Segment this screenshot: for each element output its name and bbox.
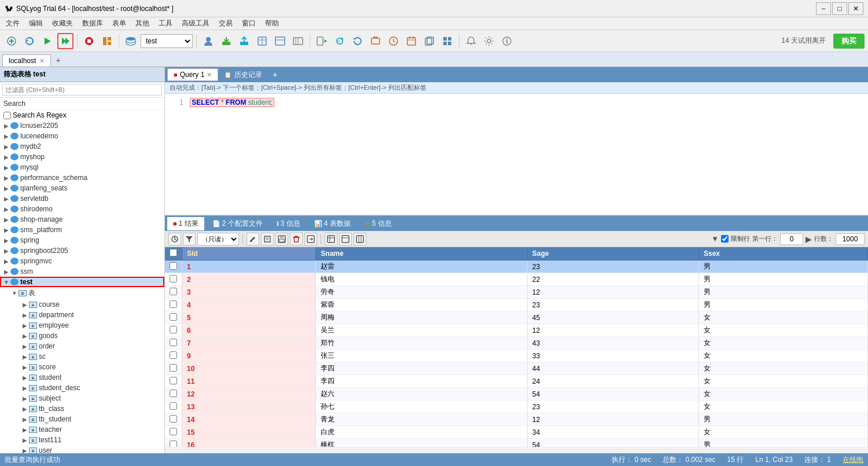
- row-checkbox[interactable]: [170, 339, 177, 346]
- row-checkbox[interactable]: [170, 313, 177, 321]
- row-goto-button[interactable]: ▶: [806, 234, 812, 244]
- db-item-sms[interactable]: ▶ sms_platform: [0, 225, 164, 235]
- row-checkbox[interactable]: [170, 275, 177, 282]
- menu-favorites[interactable]: 收藏夹: [49, 17, 76, 30]
- row-checkbox[interactable]: [170, 402, 177, 410]
- table-btn2[interactable]: [272, 33, 288, 49]
- row-checkbox[interactable]: [170, 390, 177, 397]
- db-icon-button[interactable]: [123, 33, 139, 49]
- time-button[interactable]: [385, 33, 402, 49]
- db-selector[interactable]: test: [141, 34, 193, 48]
- conn-tab-close-icon[interactable]: ✕: [39, 57, 45, 65]
- rt-mode-select[interactable]: （只读）: [197, 233, 239, 245]
- row-checkbox-cell[interactable]: [165, 426, 182, 439]
- db-item-mydb2[interactable]: ▶ mydb2: [0, 141, 164, 152]
- online-link[interactable]: 在线咆: [843, 455, 863, 465]
- db-item-qianfeng[interactable]: ▶ qianfeng_seats: [0, 183, 164, 193]
- new-conn-button[interactable]: [3, 33, 20, 49]
- conn-tab-localhost[interactable]: localhost ✕: [2, 54, 51, 67]
- row-checkbox[interactable]: [170, 364, 177, 372]
- first-row-input[interactable]: [780, 233, 803, 245]
- execute-all-button[interactable]: [57, 33, 73, 49]
- col-header-sid[interactable]: SId: [182, 247, 316, 260]
- menu-table[interactable]: 表单: [109, 17, 130, 30]
- table-item-employee[interactable]: ▶ ≡ employee: [0, 320, 164, 331]
- minimize-button[interactable]: −: [816, 2, 831, 15]
- row-checkbox-cell[interactable]: [165, 286, 182, 299]
- col-header-ssex[interactable]: Ssex: [698, 247, 867, 260]
- table-btn1[interactable]: [254, 33, 270, 49]
- row-checkbox[interactable]: [170, 326, 177, 333]
- table-item-tb_class[interactable]: ▶ ≡ tb_class: [0, 403, 164, 414]
- close-button[interactable]: ✕: [848, 2, 863, 15]
- db-item-ssm[interactable]: ▶ ssm: [0, 266, 164, 277]
- menu-database[interactable]: 数据库: [79, 17, 106, 30]
- regex-checkbox[interactable]: [3, 112, 11, 119]
- sync-button[interactable]: [332, 33, 348, 49]
- db-item-shirodemo[interactable]: ▶ shirodemo: [0, 204, 164, 214]
- copy-db-button[interactable]: [421, 33, 437, 49]
- query-tab-add[interactable]: +: [268, 68, 282, 81]
- export2-button[interactable]: [314, 33, 330, 49]
- refresh-button[interactable]: [21, 33, 38, 49]
- query-editor[interactable]: 1 SELECT * FROM student;: [165, 94, 868, 215]
- rt-view3-button[interactable]: [354, 233, 366, 245]
- table-item-student_desc[interactable]: ▶ ≡ student_desc: [0, 383, 164, 393]
- col-header-sage[interactable]: Sage: [527, 247, 698, 260]
- import-button[interactable]: [218, 33, 234, 49]
- rt-save-button[interactable]: [275, 233, 288, 245]
- result-tab-info[interactable]: ℹ 3 信息: [271, 217, 306, 230]
- menu-other[interactable]: 其他: [132, 17, 153, 30]
- result-tab-profile[interactable]: 📄 2 个配置文件: [207, 217, 269, 230]
- row-checkbox-cell[interactable]: [165, 439, 182, 447]
- menu-file[interactable]: 文件: [2, 17, 23, 30]
- menu-transaction[interactable]: 交易: [215, 17, 236, 30]
- menu-edit[interactable]: 编辑: [25, 17, 46, 30]
- db-item-lucenedemo[interactable]: ▶ lucenedemo: [0, 131, 164, 141]
- table-item-test111[interactable]: ▶ ≡ test111: [0, 435, 164, 445]
- schema-button[interactable]: [99, 33, 115, 49]
- table-item-score[interactable]: ▶ ≡ score: [0, 362, 164, 372]
- rt-filter-button[interactable]: [183, 233, 196, 245]
- rt-limit-checkbox[interactable]: [721, 235, 729, 243]
- col-header-sname[interactable]: Sname: [316, 247, 527, 260]
- select-all-checkbox[interactable]: [170, 249, 177, 256]
- rt-export-button[interactable]: [304, 233, 317, 245]
- row-checkbox[interactable]: [170, 351, 177, 359]
- db-item-shop-manage[interactable]: ▶ shop-manage: [0, 214, 164, 225]
- db-item-springmvc[interactable]: ▶ springmvc: [0, 256, 164, 266]
- row-checkbox[interactable]: [170, 300, 177, 308]
- db-item-mysql[interactable]: ▶ mysql: [0, 162, 164, 173]
- db-item-spring[interactable]: ▶ spring: [0, 235, 164, 245]
- table-item-course[interactable]: ▶ ≡ course: [0, 299, 164, 310]
- buy-button[interactable]: 购买: [833, 34, 865, 49]
- db-item-performance[interactable]: ▶ performance_schema: [0, 173, 164, 183]
- schedule-button[interactable]: [403, 33, 420, 49]
- row-checkbox-cell[interactable]: [165, 337, 182, 350]
- row-checkbox-cell[interactable]: [165, 350, 182, 362]
- table-item-student[interactable]: ▶ ≡ student: [0, 372, 164, 383]
- row-checkbox-cell[interactable]: [165, 299, 182, 311]
- row-checkbox-cell[interactable]: [165, 413, 182, 426]
- table-item-subject[interactable]: ▶ ≡ subject: [0, 393, 164, 403]
- menu-tools[interactable]: 工具: [155, 17, 176, 30]
- table-item-tb_student[interactable]: ▶ ≡ tb_student: [0, 414, 164, 424]
- settings-button[interactable]: [481, 33, 497, 49]
- rt-refresh-button[interactable]: [168, 233, 181, 245]
- export-button[interactable]: [236, 33, 252, 49]
- row-checkbox-cell[interactable]: [165, 375, 182, 388]
- info-button[interactable]: [499, 33, 515, 49]
- rt-view1-button[interactable]: [325, 233, 337, 245]
- table-item-user[interactable]: ▶ ≡ user: [0, 445, 164, 453]
- query-tab-1-close[interactable]: ✕: [207, 71, 212, 79]
- db-item-servletdb[interactable]: ▶ servletdb: [0, 193, 164, 204]
- table-item-sc[interactable]: ▶ ≡ sc: [0, 351, 164, 362]
- rt-view2-button[interactable]: [339, 233, 352, 245]
- title-bar-controls[interactable]: − □ ✕: [816, 2, 863, 15]
- row-checkbox-cell[interactable]: [165, 260, 182, 273]
- row-checkbox[interactable]: [170, 428, 177, 435]
- rt-delete-button[interactable]: [290, 233, 303, 245]
- table-btn3[interactable]: [290, 33, 306, 49]
- row-checkbox-cell[interactable]: [165, 388, 182, 401]
- rt-filter-icon[interactable]: ▼: [711, 234, 719, 243]
